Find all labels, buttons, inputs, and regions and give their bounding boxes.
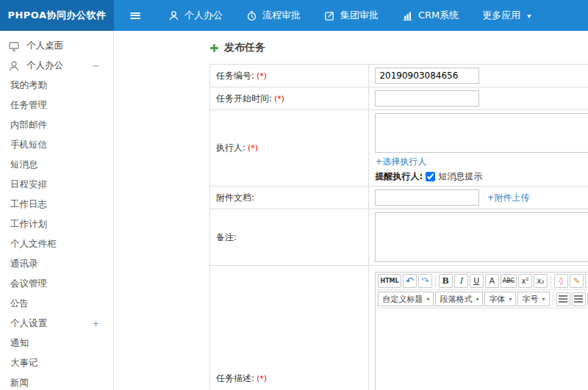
person-icon <box>8 60 20 72</box>
sidebar-label: 工作计划 <box>10 218 47 231</box>
sidebar-item-meeting-management[interactable]: 会议管理 <box>0 274 113 294</box>
row-remark: 备注: <box>210 209 588 266</box>
heading-select[interactable]: 自定义标题 <box>378 292 434 306</box>
sms-remind-checkbox[interactable] <box>426 172 435 181</box>
sidebar-item-events[interactable]: 大事记 <box>0 353 113 373</box>
remind-executor-label: 提醒执行人: <box>375 170 423 183</box>
align-center-button[interactable] <box>572 292 586 306</box>
sidebar-item-work-plan[interactable]: 工作计划 <box>0 214 113 234</box>
italic-button[interactable]: I <box>454 274 468 288</box>
sidebar-label: 日程安排 <box>10 178 47 191</box>
highlight-button[interactable]: ✐ <box>585 274 588 288</box>
format-brush-button[interactable]: ✎ <box>570 274 584 288</box>
upload-attachment-link[interactable]: +附件上传 <box>487 192 529 204</box>
row-executor: 执行人:(*) +选择执行人 提醒执行人: 短消息提示 <box>210 110 588 187</box>
remark-label: 备注: <box>210 209 369 266</box>
sidebar-label: 我的考勤 <box>10 79 47 92</box>
clock-icon <box>246 10 257 21</box>
sidebar-label: 新闻 <box>10 377 29 389</box>
main-content: 发布任务 任务编号:(*) 任务名称:(*) <box>114 31 588 390</box>
strikethrough-button[interactable]: ABC <box>501 274 517 288</box>
font-size-select[interactable]: 字号 <box>517 292 549 306</box>
sidebar-label: 个人设置 <box>10 317 47 330</box>
remark-textarea[interactable] <box>375 212 588 262</box>
sidebar-item-personal-settings[interactable]: 个人设置 + <box>0 314 113 333</box>
underline-button[interactable]: U <box>470 274 484 288</box>
sidebar-label: 短消息 <box>10 159 38 171</box>
page-title-text: 发布任务 <box>224 41 265 54</box>
menu-toggle-icon[interactable]: ≡ <box>114 0 157 31</box>
remove-format-button[interactable]: ◊ <box>554 274 568 288</box>
rich-text-editor: HTML ↶ ↷ B I U A ABC x² x₂ ◊ <box>375 272 588 390</box>
sidebar-label: 手机短信 <box>10 139 47 151</box>
sidebar-item-personal-office[interactable]: 个人办公 − <box>0 56 113 76</box>
redo-button[interactable]: ↷ <box>418 274 432 288</box>
start-time-input[interactable] <box>375 90 479 106</box>
bar-chart-icon <box>402 10 413 21</box>
page-title: 发布任务 <box>209 41 588 54</box>
sidebar-label: 通知 <box>10 337 29 350</box>
sidebar-item-schedule[interactable]: 日程安排 <box>0 175 113 195</box>
sidebar-item-desktop[interactable]: 个人桌面 <box>0 36 113 56</box>
sidebar-label: 个人文件柜 <box>10 238 57 250</box>
form-table: 任务编号:(*) 任务名称:(*) 任务开始时间:(*) <box>209 64 588 390</box>
nav-personal-office[interactable]: 个人办公 <box>157 0 234 31</box>
sidebar-item-notice[interactable]: 通知 <box>0 333 113 353</box>
chevron-down-icon: ▾ <box>527 12 531 20</box>
sidebar-label: 大事记 <box>10 357 38 369</box>
attachment-input[interactable] <box>375 189 479 206</box>
nav-process-approval[interactable]: 流程审批 <box>234 0 312 31</box>
paragraph-format-select[interactable]: 段落格式 <box>435 292 483 306</box>
align-left-button[interactable] <box>556 292 570 306</box>
subscript-button[interactable]: x₂ <box>534 274 548 288</box>
row-task-time: 任务开始时间:(*) 任务结束时间:(*) <box>210 87 588 110</box>
expand-icon[interactable]: + <box>92 318 100 329</box>
font-button[interactable]: A <box>485 274 499 288</box>
toolbar-separator <box>551 275 551 287</box>
nav-label: 集团审批 <box>340 9 379 22</box>
sidebar-item-task-management[interactable]: 任务管理 <box>0 95 113 115</box>
sidebar-item-news[interactable]: 新闻 <box>0 373 113 390</box>
sidebar-label: 会议管理 <box>10 278 47 290</box>
person-icon <box>168 10 179 21</box>
description-label: 任务描述:(*) <box>210 266 369 390</box>
collapse-icon[interactable]: − <box>92 60 100 71</box>
executor-textarea[interactable] <box>375 113 588 153</box>
sidebar-item-announcement[interactable]: 公告 <box>0 294 113 314</box>
sidebar-item-internal-mail[interactable]: 内部邮件 <box>0 115 113 135</box>
nav-crm-system[interactable]: CRM系统 <box>390 0 470 31</box>
toolbar-separator <box>553 293 553 305</box>
font-family-select[interactable]: 字体 <box>484 292 516 306</box>
bold-button[interactable]: B <box>439 274 453 288</box>
select-executor-link[interactable]: +选择执行人 <box>375 156 426 167</box>
sidebar-item-mobile-sms[interactable]: 手机短信 <box>0 135 113 155</box>
edit-square-icon <box>324 10 335 21</box>
app-logo: PHPOA协同办公软件 <box>0 0 114 31</box>
nav-label: CRM系统 <box>418 9 459 22</box>
task-number-input[interactable] <box>375 68 479 84</box>
sidebar: 个人桌面 个人办公 − 我的考勤 任务管理 内部邮件 手机短信 短消息 日程安排… <box>0 31 114 390</box>
start-time-label: 任务开始时间:(*) <box>210 87 369 110</box>
sidebar-item-attendance[interactable]: 我的考勤 <box>0 76 113 95</box>
nav-more-apps[interactable]: 更多应用 ▾ <box>470 0 542 31</box>
sidebar-label: 通讯录 <box>10 258 38 270</box>
row-attachment: 附件文档: +附件上传 <box>210 187 588 209</box>
superscript-button[interactable]: x² <box>518 274 532 288</box>
nav-label: 更多应用 <box>482 9 520 22</box>
editor-content-area[interactable] <box>376 308 588 390</box>
html-source-button[interactable]: HTML <box>378 274 401 288</box>
undo-button[interactable]: ↶ <box>403 274 417 288</box>
row-task-number: 任务编号:(*) 任务名称:(*) <box>210 65 588 87</box>
sidebar-label: 工作日志 <box>10 198 47 211</box>
sidebar-item-short-message[interactable]: 短消息 <box>0 155 113 175</box>
nav-group-approval[interactable]: 集团审批 <box>312 0 390 31</box>
sidebar-item-work-log[interactable]: 工作日志 <box>0 195 113 214</box>
main-nav: 个人办公 流程审批 集团审批 CRM系统 更多应用 ▾ <box>157 0 542 31</box>
sidebar-label: 个人桌面 <box>26 40 63 52</box>
toolbar-separator <box>435 275 436 287</box>
sms-remind-label: 短消息提示 <box>438 170 482 183</box>
attachment-label: 附件文档: <box>210 187 369 209</box>
sidebar-item-contacts[interactable]: 通讯录 <box>0 254 113 274</box>
sidebar-item-file-cabinet[interactable]: 个人文件柜 <box>0 234 113 254</box>
topbar: PHPOA协同办公软件 ≡ 个人办公 流程审批 集团审批 CRM系统 更多应用 … <box>0 0 588 31</box>
